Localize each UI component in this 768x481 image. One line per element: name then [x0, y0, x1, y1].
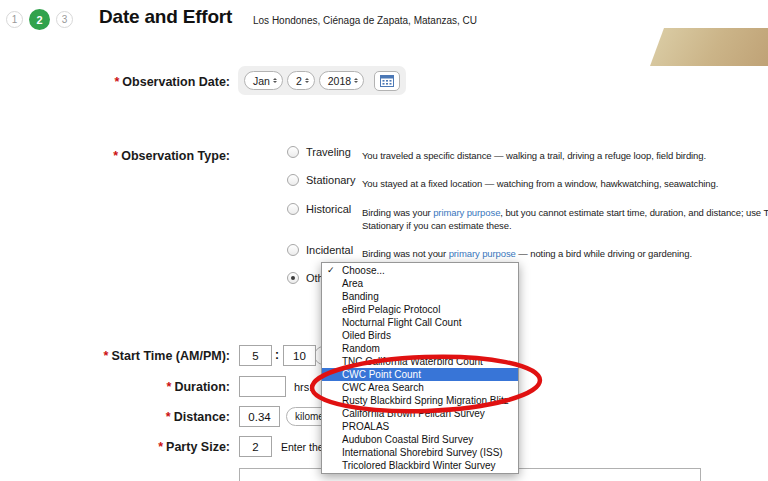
year-select-value: 2018: [328, 75, 351, 87]
duration-unit: hrs.: [294, 381, 312, 393]
primary-purpose-link[interactable]: primary purpose: [449, 248, 516, 259]
protocol-menu-item[interactable]: Oiled Birds: [322, 329, 518, 342]
option-name: Traveling: [306, 146, 351, 158]
step-2-active[interactable]: 2: [29, 9, 50, 30]
protocol-menu-item[interactable]: eBird Pelagic Protocol: [322, 303, 518, 316]
protocol-menu-item[interactable]: CWC Area Search: [322, 381, 518, 394]
observation-type-label: *Observation Type:: [0, 149, 230, 163]
chevron-updown-icon: [305, 76, 309, 85]
calendar-button[interactable]: [374, 71, 400, 91]
step-3[interactable]: 3: [56, 11, 73, 28]
option-desc-historical: Birding was your primary purpose, but yo…: [362, 206, 768, 232]
month-select-value: Jan: [253, 75, 270, 87]
radio-option-incidental[interactable]: Incidental: [287, 244, 353, 256]
radio-icon[interactable]: [287, 244, 299, 256]
wizard-steps: 1 2 3: [6, 9, 73, 30]
protocol-menu-item[interactable]: Nocturnal Flight Call Count: [322, 316, 518, 329]
protocol-menu-item[interactable]: PROALAS: [322, 420, 518, 433]
page-title: Date and Effort: [99, 6, 232, 28]
desc-text: — noting a bird while driving or gardeni…: [516, 248, 692, 259]
location-breadcrumb: Los Hondones, Ciénaga de Zapata, Matanza…: [253, 15, 477, 26]
start-hour-input[interactable]: [239, 345, 272, 366]
protocol-menu-item-highlighted[interactable]: CWC Point Count: [322, 368, 518, 381]
required-asterisk: *: [167, 380, 172, 394]
protocol-menu-item[interactable]: Banding: [322, 290, 518, 303]
checkmark-icon: ✓: [327, 264, 335, 277]
duration-label: *Duration:: [0, 380, 230, 394]
year-select[interactable]: 2018: [319, 71, 364, 90]
protocol-menu-item[interactable]: Area: [322, 277, 518, 290]
protocol-menu-item[interactable]: Audubon Coastal Bird Survey: [322, 433, 518, 446]
option-name: Incidental: [306, 244, 353, 256]
chevron-updown-icon: [273, 76, 277, 85]
protocol-menu-item[interactable]: Random: [322, 342, 518, 355]
protocol-menu-item[interactable]: California Brown Pelican Survey: [322, 407, 518, 420]
required-asterisk: *: [104, 349, 109, 363]
distance-label-text: Distance:: [174, 410, 230, 424]
header-photo-corner: [650, 28, 768, 66]
option-desc-incidental: Birding was not your primary purpose — n…: [362, 247, 692, 260]
radio-option-historical[interactable]: Historical: [287, 203, 351, 215]
distance-input[interactable]: [239, 406, 280, 427]
radio-option-stationary[interactable]: Stationary: [287, 174, 356, 186]
protocol-menu-item[interactable]: International Shorebird Survey (ISS): [322, 446, 518, 459]
option-desc-stationary: You stayed at a fixed location — watchin…: [362, 177, 718, 190]
party-size-input[interactable]: [239, 436, 272, 457]
protocol-menu-item[interactable]: TNC California Waterbird Count: [322, 355, 518, 368]
radio-icon[interactable]: [287, 203, 299, 215]
protocol-menu-item[interactable]: Tricolored Blackbird Winter Survey: [322, 459, 518, 472]
option-desc-traveling: You traveled a specific distance — walki…: [362, 149, 706, 162]
radio-icon[interactable]: [287, 174, 299, 186]
menu-item-label: Choose...: [342, 265, 385, 276]
party-size-label: *Party Size:: [0, 440, 230, 454]
time-separator: :: [275, 348, 279, 362]
observation-date-group: Jan 2 2018: [238, 66, 406, 95]
date-and-effort-page: 1 2 3 Date and Effort Los Hondones, Cién…: [0, 0, 768, 481]
required-asterisk: *: [158, 440, 163, 454]
start-time-label-text: Start Time (AM/PM):: [111, 349, 230, 363]
radio-selected-icon[interactable]: [287, 272, 299, 284]
primary-purpose-link[interactable]: primary purpose: [433, 207, 500, 218]
calendar-icon: [380, 74, 394, 87]
duration-label-text: Duration:: [174, 380, 230, 394]
start-minute-input[interactable]: [283, 345, 316, 366]
desc-text: Birding was your: [362, 207, 433, 218]
required-asterisk: *: [113, 149, 118, 163]
required-asterisk: *: [114, 75, 119, 89]
duration-input[interactable]: [239, 376, 286, 397]
radio-icon[interactable]: [287, 146, 299, 158]
chevron-updown-icon: [354, 76, 358, 85]
observation-date-label: *Observation Date:: [0, 75, 230, 89]
start-time-label: *Start Time (AM/PM):: [0, 349, 230, 363]
step-1[interactable]: 1: [6, 11, 23, 28]
observation-date-label-text: Observation Date:: [122, 75, 230, 89]
party-size-label-text: Party Size:: [166, 440, 230, 454]
observation-type-label-text: Observation Type:: [121, 149, 230, 163]
protocol-menu-item[interactable]: ✓Choose...: [322, 264, 518, 277]
desc-text: Birding was not your: [362, 248, 449, 259]
day-select[interactable]: 2: [287, 71, 315, 90]
month-select[interactable]: Jan: [244, 71, 283, 90]
radio-option-traveling[interactable]: Traveling: [287, 146, 351, 158]
protocol-menu-item[interactable]: Rusty Blackbird Spring Migration Blitz: [322, 394, 518, 407]
protocol-menu: ✓Choose... Area Banding eBird Pelagic Pr…: [321, 262, 519, 474]
desc-text: You stayed at a fixed location — watchin…: [362, 178, 718, 189]
required-asterisk: *: [166, 410, 171, 424]
day-select-value: 2: [296, 75, 302, 87]
distance-label: *Distance:: [0, 410, 230, 424]
option-name: Historical: [306, 203, 351, 215]
desc-text: You traveled a specific distance — walki…: [362, 150, 706, 161]
option-name: Stationary: [306, 174, 356, 186]
